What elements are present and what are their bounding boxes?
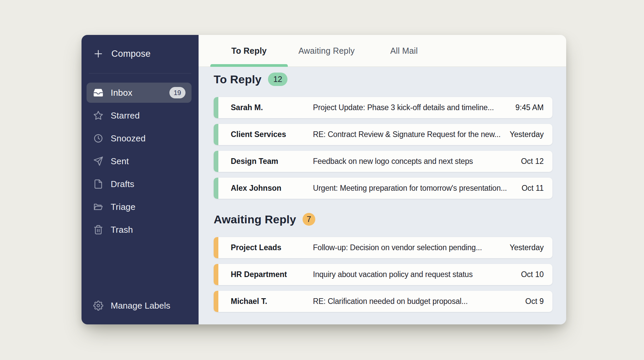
tab-awaiting-reply[interactable]: Awaiting Reply	[288, 35, 365, 66]
mail-row[interactable]: Project Leads Follow-up: Decision on ven…	[214, 237, 552, 258]
mail-accent-bar	[214, 124, 218, 145]
tab-all-mail[interactable]: All Mail	[365, 35, 443, 66]
mail-subject: Inquiry about vacation policy and reques…	[313, 270, 516, 279]
mail-sender: Design Team	[231, 157, 313, 166]
main-panel: To Reply Awaiting Reply All Mail To Repl…	[199, 35, 566, 324]
mail-subject: Urgent: Meeting preparation for tomorrow…	[313, 184, 517, 193]
mail-sender: Sarah M.	[231, 103, 313, 112]
sidebar-item-starred[interactable]: Starred	[87, 105, 192, 126]
sidebar-item-label: Inbox	[111, 88, 132, 98]
section-title: To Reply	[214, 73, 262, 86]
sidebar-item-drafts[interactable]: Drafts	[87, 174, 192, 194]
star-icon	[93, 110, 103, 121]
sidebar-item-triage[interactable]: Triage	[87, 197, 192, 217]
sidebar-divider	[89, 73, 191, 74]
manage-labels-button[interactable]: Manage Labels	[82, 298, 199, 313]
sidebar-item-label: Starred	[111, 110, 140, 121]
clock-icon	[93, 133, 103, 143]
mail-subject: RE: Contract Review & Signature Request …	[313, 130, 505, 139]
sidebar-item-label: Drafts	[111, 179, 135, 189]
mail-app-window: Compose Inbox 19 Starred Snoozed Sent Dr…	[82, 35, 566, 324]
sidebar-item-trash[interactable]: Trash	[87, 220, 192, 240]
sidebar-item-label: Triage	[111, 202, 136, 212]
mail-row[interactable]: HR Department Inquiry about vacation pol…	[214, 264, 552, 285]
mail-row[interactable]: Client Services RE: Contract Review & Si…	[214, 124, 552, 145]
inbox-icon	[93, 88, 103, 98]
mail-time: Yesterday	[510, 130, 544, 139]
mail-time: Oct 9	[525, 297, 544, 306]
mail-time: Yesterday	[510, 243, 544, 252]
mail-rows: Sarah M. Project Update: Phase 3 kick-of…	[214, 97, 552, 199]
mail-rows: Project Leads Follow-up: Decision on ven…	[214, 237, 552, 312]
compose-label: Compose	[111, 49, 151, 59]
mail-row[interactable]: Sarah M. Project Update: Phase 3 kick-of…	[214, 97, 552, 118]
manage-labels-label: Manage Labels	[111, 301, 170, 311]
mail-sender: Alex Johnson	[231, 184, 313, 193]
trash-icon	[93, 225, 103, 235]
sidebar-item-snoozed[interactable]: Snoozed	[87, 128, 192, 148]
mail-section: Awaiting Reply 7 Project Leads Follow-up…	[214, 212, 552, 312]
file-icon	[93, 179, 103, 189]
folder-open-icon	[93, 202, 103, 212]
sidebar-item-label: Snoozed	[111, 133, 146, 144]
mail-sender: Michael T.	[231, 297, 313, 306]
desktop-background: Compose Inbox 19 Starred Snoozed Sent Dr…	[0, 0, 644, 360]
mail-subject: Follow-up: Decision on vendor selection …	[313, 243, 505, 252]
mail-accent-bar	[214, 264, 218, 285]
sidebar-item-inbox[interactable]: Inbox 19	[87, 83, 192, 103]
mail-subject: Project Update: Phase 3 kick-off details…	[313, 103, 511, 112]
mail-sender: Project Leads	[231, 243, 313, 252]
inbox-count-badge: 19	[169, 87, 185, 98]
mail-row[interactable]: Alex Johnson Urgent: Meeting preparation…	[214, 178, 552, 199]
send-icon	[93, 156, 103, 166]
section-header: To Reply 12	[214, 72, 552, 86]
sidebar-item-label: Sent	[111, 156, 129, 167]
mail-time: Oct 11	[522, 184, 544, 193]
gear-icon	[93, 301, 103, 311]
section-header: Awaiting Reply 7	[214, 212, 552, 226]
mail-subject: RE: Clarification needed on budget propo…	[313, 297, 521, 306]
mail-sender: Client Services	[231, 130, 313, 139]
mail-list-content: To Reply 12 Sarah M. Project Update: Pha…	[199, 67, 566, 324]
mail-sender: HR Department	[231, 270, 313, 279]
mail-time: Oct 10	[521, 270, 544, 279]
section-count-badge: 7	[303, 213, 315, 226]
mail-time: Oct 12	[521, 157, 544, 166]
sidebar-item-label: Trash	[111, 225, 133, 235]
mail-accent-bar	[214, 178, 218, 199]
mail-accent-bar	[214, 151, 218, 172]
section-title: Awaiting Reply	[214, 213, 296, 226]
section-count-badge: 12	[268, 73, 288, 86]
mail-row[interactable]: Michael T. RE: Clarification needed on b…	[214, 291, 552, 312]
tab-to-reply[interactable]: To Reply	[210, 35, 288, 66]
mail-accent-bar	[214, 291, 218, 312]
tab-bar: To Reply Awaiting Reply All Mail	[199, 35, 566, 67]
plus-icon	[93, 49, 103, 59]
compose-button[interactable]: Compose	[82, 47, 199, 60]
sidebar: Compose Inbox 19 Starred Snoozed Sent Dr…	[82, 35, 199, 324]
mail-section: To Reply 12 Sarah M. Project Update: Pha…	[214, 72, 552, 199]
sidebar-nav: Inbox 19 Starred Snoozed Sent Drafts Tri…	[82, 83, 199, 242]
sidebar-spacer	[82, 242, 199, 298]
mail-accent-bar	[214, 97, 218, 118]
mail-subject: Feedback on new logo concepts and next s…	[313, 157, 516, 166]
sidebar-item-sent[interactable]: Sent	[87, 151, 192, 171]
mail-row[interactable]: Design Team Feedback on new logo concept…	[214, 151, 552, 172]
mail-time: 9:45 AM	[516, 103, 544, 112]
mail-accent-bar	[214, 237, 218, 258]
